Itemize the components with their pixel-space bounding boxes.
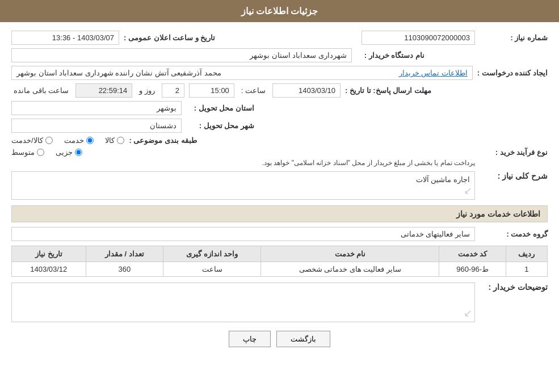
- mohlet-rooz: 2: [162, 83, 184, 98]
- baqi-mande-label: ساعت باقی مانده: [14, 86, 69, 95]
- page-header: جزئیات اطلاعات نیاز: [0, 0, 559, 22]
- goroh-value: سایر فعالیتهای خدماتی: [11, 227, 475, 241]
- shrh-resize-icon: ↙: [464, 184, 472, 197]
- radio-kala[interactable]: [117, 137, 124, 144]
- ijad-konande-label: ایجاد کننده درخواست :: [477, 69, 548, 77]
- tabaqe-label: طبقه بندی موضوعی :: [129, 136, 197, 145]
- nooe-farayand-label: نوع فرآیند خرید :: [480, 148, 548, 157]
- radio-jozee-item[interactable]: جزیی: [56, 148, 82, 157]
- ijad-konande-row: اطلاعات تماس خریدار محمد آذرشفیعی آتش نش…: [11, 66, 473, 80]
- mohlet-date: 1403/03/10: [272, 83, 341, 98]
- ijad-konande-value: محمد آذرشفیعی آتش نشان راننده شهرداری سع…: [16, 69, 221, 77]
- tabaqe-radio-group: کالا/خدمت خدمت کالا: [11, 136, 124, 145]
- cell-tarikh: 1403/03/12: [12, 262, 86, 277]
- radio-khedmat[interactable]: [86, 137, 94, 144]
- ostan-value: بوشهر: [11, 101, 182, 115]
- radio-kala-item[interactable]: کالا: [105, 136, 124, 145]
- col-kod: کد خدمت: [439, 246, 506, 262]
- ostan-label: استان محل تحویل :: [186, 104, 254, 112]
- tozihat-label: توضیحات خریدار :: [480, 283, 548, 292]
- btn-chap[interactable]: چاپ: [229, 331, 271, 347]
- table-row: 1ط-96-960سایر فعالیت های خدماتی شخصیساعت…: [12, 262, 548, 277]
- services-table: ردیف کد خدمت نام خدمت واحد اندازه گیری ت…: [11, 246, 548, 277]
- date-label: تاریخ و ساعت اعلان عمومی :: [124, 33, 215, 42]
- shahr-label: شهر محل تحویل :: [186, 121, 254, 130]
- nooe-radio-group: متوسط جزیی: [11, 148, 475, 157]
- shahr-value: دشستان: [11, 119, 182, 133]
- radio-motevaset-label: متوسط: [11, 148, 35, 157]
- cell-kod: ط-96-960: [439, 262, 506, 277]
- desc-resize-icon: ↙: [464, 307, 472, 319]
- radio-jozee[interactable]: [75, 149, 82, 156]
- date-value: 1403/03/07 - 13:36: [11, 31, 119, 45]
- buttons-row: بازگشت چاپ: [11, 331, 548, 347]
- goroh-label: گروه خدمت :: [480, 230, 548, 238]
- mohlet-saat: 15:00: [189, 83, 234, 98]
- col-tarikh: تاریخ نیاز: [12, 246, 86, 262]
- cell-radif: 1: [506, 262, 547, 277]
- cell-tedad: 360: [86, 262, 163, 277]
- col-radif: ردیف: [506, 246, 547, 262]
- radio-kala-label: کالا: [105, 136, 115, 145]
- mohlet-rooz-label: روز و: [139, 86, 155, 95]
- service-section-header: اطلاعات خدمات مورد نیاز: [11, 205, 548, 222]
- radio-kala-khedmat-item[interactable]: کالا/خدمت: [11, 136, 53, 145]
- radio-khedmat-item[interactable]: خدمت: [64, 136, 94, 145]
- nam-dastgah-label: نام دستگاه خریدار :: [356, 51, 424, 60]
- nam-dastgah-value: شهرداری سعداباد استان بوشهر: [11, 48, 352, 62]
- btn-bazgasht[interactable]: بازگشت: [276, 331, 330, 347]
- col-tedad: تعداد / مقدار: [86, 246, 163, 262]
- cell-nam: سایر فعالیت های خدماتی شخصی: [261, 262, 439, 277]
- tozihat-area[interactable]: ↙: [11, 283, 475, 322]
- cell-vahed: ساعت: [163, 262, 261, 277]
- sharh-value: اجاره ماشین آلات: [416, 175, 470, 184]
- radio-jozee-label: جزیی: [56, 148, 73, 157]
- mohlet-label: مهلت ارسال پاسخ: تا تاریخ :: [345, 86, 431, 95]
- shomara-niaz-label: شماره نیاز :: [480, 33, 548, 42]
- radio-motevaset[interactable]: [37, 149, 44, 156]
- radio-khedmat-label: خدمت: [64, 136, 84, 145]
- nooe-description: پرداخت تمام یا بخشی از مبلغ خریدار از مح…: [11, 159, 475, 167]
- radio-kala-khedmat-label: کالا/خدمت: [11, 136, 43, 145]
- radio-kala-khedmat[interactable]: [45, 137, 53, 144]
- ettelaat-tamas-link[interactable]: اطلاعات تماس خریدار: [399, 69, 468, 77]
- sharh-label: شرح کلی نیاز :: [480, 171, 548, 180]
- col-vahed: واحد اندازه گیری: [163, 246, 261, 262]
- shomara-niaz-value: 1103090072000003: [362, 31, 475, 45]
- baqi-mande-value: 22:59:14: [75, 83, 132, 98]
- radio-motevaset-item[interactable]: متوسط: [11, 148, 44, 157]
- mohlet-saat-label: ساعت :: [241, 86, 266, 95]
- col-nam: نام خدمت: [261, 246, 439, 262]
